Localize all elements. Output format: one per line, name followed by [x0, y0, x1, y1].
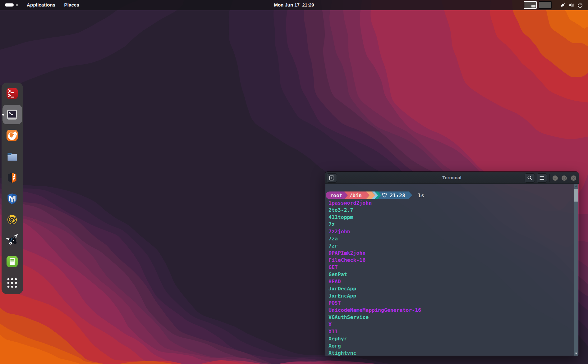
prompt-path: /bin — [349, 193, 362, 198]
search-button[interactable] — [525, 173, 535, 183]
workspace-thumbnail-2[interactable] — [539, 1, 552, 9]
top-bar: Applications Places Mon Jun 17 21:29 — [0, 0, 588, 10]
file-entry: 411toppm — [328, 214, 431, 221]
yellow-target-icon — [6, 213, 19, 226]
workspace-mini-window — [531, 5, 535, 7]
clock[interactable]: Mon Jun 17 21:29 — [0, 0, 588, 10]
dock-item-show-applications[interactable] — [6, 276, 19, 289]
file-entry: 2to3-2.7 — [328, 207, 431, 214]
file-list: 1password2john2to3-2.7411toppm7z7z2john7… — [328, 199, 431, 356]
terminal-titlebar[interactable]: Terminal — [325, 172, 579, 184]
dock-item-root-terminal[interactable] — [6, 87, 19, 100]
scrollbar[interactable] — [574, 184, 578, 356]
file-entry: GenPat — [328, 271, 431, 278]
burpsuite-icon — [6, 171, 19, 184]
close-button[interactable] — [571, 175, 576, 181]
metasploit-icon — [6, 192, 19, 205]
dock-item-files[interactable] — [6, 150, 19, 163]
file-entry: Xtightvnc — [328, 349, 431, 356]
file-entry: Xephyr — [328, 335, 431, 342]
terminal-content[interactable]: root /bin 21:28 ls 1password2john2to3-2.… — [325, 184, 578, 356]
red-terminal-icon — [6, 87, 19, 100]
network-wired-icon[interactable] — [560, 2, 566, 8]
prompt-time: 21:28 — [390, 193, 405, 198]
file-entry: 7z2john — [328, 228, 431, 235]
dock-item-burpsuite[interactable] — [6, 171, 19, 184]
desktop: Applications Places Mon Jun 17 21:29 — [0, 0, 588, 364]
file-entry: HEAD — [328, 278, 431, 285]
file-entry: X11 — [328, 328, 431, 335]
volume-icon[interactable] — [568, 2, 574, 8]
bull-icon — [6, 234, 19, 247]
prompt-command: ls — [418, 193, 424, 198]
terminal-window: Terminal — [325, 172, 579, 356]
new-tab-button[interactable] — [327, 173, 337, 183]
maximize-button[interactable] — [562, 175, 567, 181]
file-entry: 7z — [328, 221, 431, 228]
scroll-down-icon[interactable] — [574, 352, 578, 356]
titlebar-separator — [549, 174, 550, 182]
file-entry: JxrEncApp — [328, 292, 431, 299]
dock-item-firefox[interactable] — [6, 129, 19, 142]
folder-icon — [6, 150, 19, 163]
dock-item-beef[interactable] — [6, 234, 19, 247]
file-entry: 7za — [328, 235, 431, 242]
top-bar-right — [524, 0, 588, 10]
firefox-icon — [6, 129, 19, 142]
file-entry: 7zr — [328, 242, 431, 249]
file-entry: VGAuthService — [328, 314, 431, 321]
file-entry: FileCheck-16 — [328, 257, 431, 264]
app-grid-icon — [6, 276, 19, 289]
file-entry: JxrDecApp — [328, 285, 431, 292]
notes-icon — [6, 255, 19, 268]
prompt-user: root — [330, 193, 342, 198]
scrollbar-thumb[interactable] — [574, 189, 578, 202]
terminal-icon — [6, 108, 19, 121]
menu-button[interactable] — [537, 173, 547, 183]
prompt-line: root /bin 21:28 ls — [326, 191, 431, 199]
dock-item-notes[interactable] — [6, 255, 19, 268]
file-entry: 1password2john — [328, 199, 431, 207]
terminal-text: root /bin 21:28 ls 1password2john2to3-2.… — [328, 191, 431, 356]
dock-item-terminal[interactable] — [6, 108, 19, 121]
workspace-thumbnail-active[interactable] — [524, 1, 537, 9]
file-entry: GET — [328, 264, 431, 271]
scroll-up-icon[interactable] — [574, 184, 578, 188]
file-entry: DPAPImk2john — [328, 249, 431, 257]
dock-item-metasploit[interactable] — [6, 192, 19, 205]
file-entry: UnicodeNameMappingGenerator-16 — [328, 307, 431, 314]
minimize-button[interactable] — [553, 175, 558, 181]
dock-running-dot — [2, 114, 4, 116]
file-entry: X — [328, 321, 431, 328]
dock-item-cutter[interactable] — [6, 213, 19, 226]
file-entry: Xorg — [328, 342, 431, 349]
file-entry: POST — [328, 299, 431, 307]
power-icon[interactable] — [577, 2, 583, 8]
dock — [2, 83, 23, 294]
